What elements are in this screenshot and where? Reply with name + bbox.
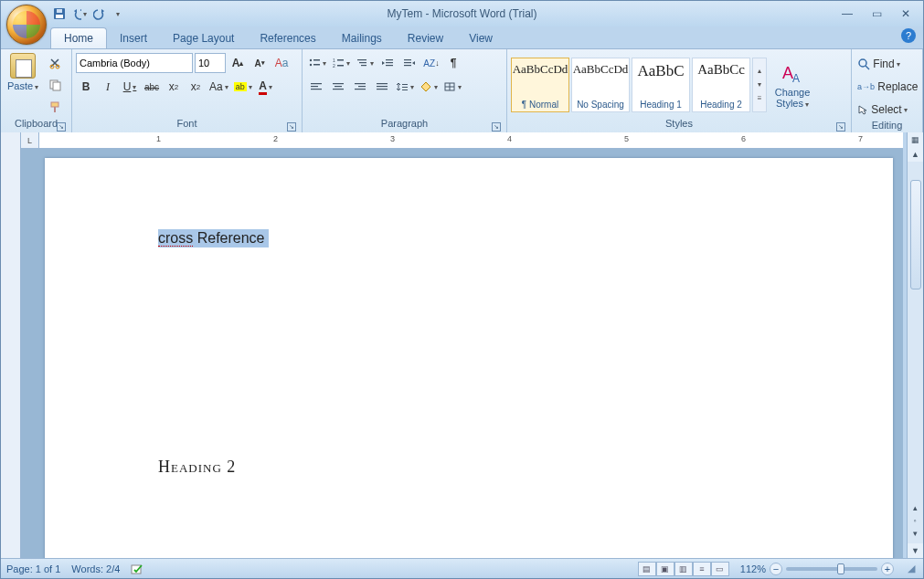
vertical-ruler[interactable]	[1, 132, 21, 558]
justify-button[interactable]	[372, 77, 392, 97]
subscript-button[interactable]: x2	[164, 77, 184, 97]
selected-text[interactable]: cross Reference	[158, 229, 269, 247]
paste-button[interactable]: Paste	[5, 51, 41, 91]
superscript-button[interactable]: x2	[186, 77, 206, 97]
tab-review[interactable]: Review	[395, 28, 456, 48]
tab-mailings[interactable]: Mailings	[329, 28, 395, 48]
status-page[interactable]: Page: 1 of 1	[6, 563, 60, 574]
draft-view[interactable]: ▭	[711, 562, 729, 576]
zoom-in-button[interactable]: +	[881, 563, 894, 575]
align-left-button[interactable]	[306, 77, 326, 97]
next-page-button[interactable]: ▾	[908, 529, 921, 540]
full-screen-view[interactable]: ▣	[656, 562, 674, 576]
ruler-toggle-icon[interactable]: ▦	[908, 132, 923, 147]
prev-page-button[interactable]: ▴	[908, 503, 921, 514]
tab-selector[interactable]: L	[21, 132, 39, 149]
help-icon[interactable]: ?	[901, 28, 916, 43]
close-button[interactable]: ✕	[896, 6, 916, 21]
decrease-indent-button[interactable]	[377, 53, 398, 73]
borders-button[interactable]	[441, 77, 463, 97]
bullets-button[interactable]	[306, 53, 328, 73]
style-normal[interactable]: AaBbCcDd¶ Normal	[511, 58, 569, 112]
zoom-knob[interactable]	[837, 563, 844, 574]
change-case-button[interactable]: Aa	[207, 77, 230, 97]
style-no-spacing[interactable]: AaBbCcDdNo Spacing	[571, 58, 630, 112]
title-bar: MyTem - Microsoft Word (Trial) ― ▭ ✕	[1, 1, 923, 26]
replace-button[interactable]: a→b Replace	[855, 77, 919, 97]
font-color-button[interactable]: A	[256, 77, 276, 97]
page-content[interactable]: cross Reference Heading 2	[158, 229, 805, 477]
font-launcher[interactable]: ↘	[287, 122, 296, 132]
svg-rect-40	[402, 89, 408, 90]
svg-rect-32	[355, 83, 366, 84]
numbering-button[interactable]: 12	[330, 53, 352, 73]
proofing-icon[interactable]	[131, 563, 143, 575]
clear-format-button[interactable]: Aa	[271, 53, 292, 73]
shrink-font-button[interactable]: A▾	[250, 53, 270, 73]
bold-button[interactable]: B	[76, 77, 96, 97]
increase-indent-button[interactable]	[399, 53, 420, 73]
highlight-button[interactable]: ab	[232, 77, 254, 97]
tab-page-layout[interactable]: Page Layout	[160, 28, 247, 48]
clipboard-launcher[interactable]: ↘	[57, 122, 66, 132]
underline-button[interactable]: U	[120, 77, 140, 97]
minimize-button[interactable]: ―	[837, 6, 857, 21]
multilevel-button[interactable]	[354, 53, 376, 73]
styles-launcher[interactable]: ↘	[836, 122, 845, 132]
document-viewport[interactable]: cross Reference Heading 2	[21, 149, 903, 558]
maximize-button[interactable]: ▭	[866, 6, 887, 21]
find-button[interactable]: Find	[855, 54, 919, 74]
svg-rect-22	[386, 65, 393, 66]
style-gallery-more[interactable]: ▴▾≡	[752, 58, 767, 112]
office-button[interactable]	[6, 5, 47, 45]
save-icon[interactable]	[52, 6, 67, 21]
italic-button[interactable]: I	[98, 77, 118, 97]
select-button[interactable]: Select	[855, 100, 919, 120]
redo-icon[interactable]	[92, 6, 107, 21]
outline-view[interactable]: ≡	[693, 562, 711, 576]
change-styles-button[interactable]: AA Change Styles	[770, 60, 814, 109]
scroll-down-button[interactable]: ▼	[908, 543, 923, 558]
svg-point-46	[859, 59, 866, 67]
status-words[interactable]: Words: 2/4	[71, 563, 120, 574]
show-marks-button[interactable]: ¶	[443, 53, 463, 73]
undo-icon[interactable]	[72, 6, 87, 21]
tab-home[interactable]: Home	[50, 27, 107, 48]
vertical-scrollbar[interactable]: ▦ ▲ ▼ ▴ ◦ ▾	[907, 132, 923, 558]
select-browse-button[interactable]: ◦	[908, 516, 921, 527]
style-heading2[interactable]: AaBbCcHeading 2	[692, 58, 750, 112]
zoom-percent[interactable]: 112%	[740, 563, 766, 574]
shading-button[interactable]	[418, 77, 440, 97]
qat-customize-icon[interactable]	[112, 6, 122, 21]
tab-insert[interactable]: Insert	[107, 28, 160, 48]
zoom-slider[interactable]	[786, 567, 877, 571]
grow-font-button[interactable]: A▴	[228, 53, 248, 73]
web-layout-view[interactable]: ▥	[674, 562, 693, 576]
print-layout-view[interactable]: ▤	[638, 562, 656, 576]
heading-2-text[interactable]: Heading 2	[158, 458, 805, 477]
align-right-button[interactable]	[350, 77, 370, 97]
sort-button[interactable]: AZ↓	[421, 53, 441, 73]
tab-view[interactable]: View	[456, 28, 505, 48]
svg-rect-23	[404, 59, 411, 60]
strike-button[interactable]: abc	[142, 77, 162, 97]
font-size-combo[interactable]	[195, 53, 226, 73]
resize-grip-icon[interactable]: ◢	[905, 563, 918, 574]
scroll-up-button[interactable]: ▲	[908, 147, 923, 162]
page[interactable]: cross Reference Heading 2	[45, 158, 893, 558]
paragraph-launcher[interactable]: ↘	[492, 122, 501, 132]
zoom-out-button[interactable]: −	[770, 563, 782, 575]
tab-references[interactable]: References	[247, 28, 328, 48]
horizontal-ruler[interactable]: L 1 2 3 4 5 6 7	[21, 132, 903, 149]
line-spacing-button[interactable]	[394, 77, 416, 97]
copy-button[interactable]	[45, 75, 65, 95]
scroll-thumb[interactable]	[910, 180, 921, 290]
font-family-combo[interactable]	[76, 53, 193, 73]
style-heading1[interactable]: AaBbCHeading 1	[632, 58, 690, 112]
cut-button[interactable]	[45, 53, 65, 73]
editing-label: Editing	[855, 120, 919, 132]
group-editing: Find a→b Replace Select Editing	[852, 49, 923, 132]
format-painter-button[interactable]	[45, 97, 65, 117]
align-center-button[interactable]	[328, 77, 348, 97]
svg-rect-8	[54, 107, 56, 112]
